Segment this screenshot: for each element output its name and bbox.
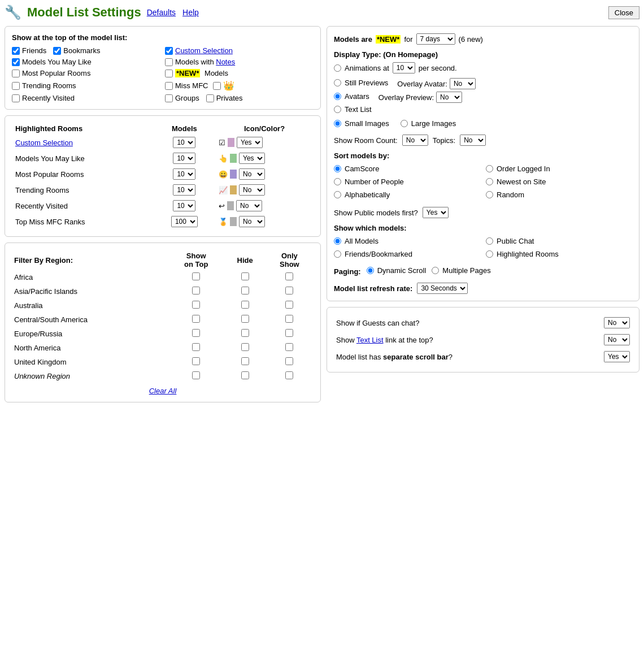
show-which-section: Show which models: All Models Public Cha… bbox=[334, 224, 632, 261]
europe-show-checkbox[interactable] bbox=[192, 329, 200, 337]
show-public-radio[interactable] bbox=[486, 237, 493, 245]
overlay-avatar-select[interactable]: No Yes bbox=[450, 78, 476, 89]
uk-only-checkbox[interactable] bbox=[285, 357, 293, 365]
europe-only-checkbox[interactable] bbox=[285, 329, 293, 337]
show-public-first-select[interactable]: Yes No bbox=[423, 207, 449, 218]
large-images-radio[interactable] bbox=[401, 120, 408, 127]
recently-visited-checkbox-item: Recently Visited bbox=[12, 94, 160, 102]
trending-rooms-checkbox[interactable] bbox=[12, 82, 20, 90]
hl-models-like-color-select[interactable]: YesNo bbox=[239, 153, 265, 164]
europe-hide-checkbox[interactable] bbox=[241, 329, 249, 337]
uk-hide-checkbox[interactable] bbox=[241, 357, 249, 365]
for-text: for bbox=[404, 35, 412, 44]
hl-miss-mfc-select[interactable]: 10050200 bbox=[171, 216, 198, 227]
overlay-preview-select[interactable]: No Yes bbox=[436, 92, 462, 103]
region-uk-label: United Kingdom bbox=[12, 355, 168, 369]
show-friends-radio[interactable] bbox=[334, 250, 341, 258]
hl-custom-link[interactable]: Custom Selection bbox=[15, 138, 73, 147]
north-america-show-checkbox[interactable] bbox=[192, 343, 200, 351]
sort-order-logged-radio[interactable] bbox=[486, 165, 493, 172]
sort-random-radio[interactable] bbox=[486, 191, 493, 198]
small-images-row: Small Images bbox=[334, 119, 389, 128]
help-link[interactable]: Help bbox=[182, 8, 199, 17]
central-only-checkbox[interactable] bbox=[285, 315, 293, 323]
dynamic-scroll-radio[interactable] bbox=[367, 267, 374, 274]
show-room-count-select[interactable]: No Yes bbox=[402, 135, 428, 146]
highlighted-rooms-panel: Highlighted Rooms Models Icon/Color? Cus… bbox=[5, 115, 321, 237]
groups-checkbox[interactable] bbox=[165, 94, 173, 102]
clear-all-link[interactable]: Clear All bbox=[12, 387, 314, 395]
sort-order-logged-row: Order Logged In bbox=[486, 164, 632, 173]
refresh-select[interactable]: 15 Seconds 30 Seconds 60 Seconds 2 Minut… bbox=[417, 283, 468, 294]
close-button[interactable]: Close bbox=[608, 6, 639, 19]
bookmarks-checkbox[interactable] bbox=[53, 47, 61, 55]
hl-recently-color-select[interactable]: NoYes bbox=[236, 200, 262, 211]
australia-only-checkbox[interactable] bbox=[285, 301, 293, 309]
animations-radio[interactable] bbox=[334, 64, 341, 72]
show-all-radio[interactable] bbox=[334, 237, 341, 245]
africa-only-checkbox[interactable] bbox=[285, 272, 293, 280]
text-list-select[interactable]: No Yes bbox=[604, 334, 630, 345]
sort-camscore-radio[interactable] bbox=[334, 165, 341, 172]
multiple-pages-radio[interactable] bbox=[432, 267, 439, 274]
models-notes-checkbox[interactable] bbox=[165, 58, 173, 66]
small-images-radio[interactable] bbox=[334, 120, 341, 127]
animations-select[interactable]: 5 10 15 20 bbox=[393, 62, 415, 73]
miss-mfc-crown-checkbox[interactable] bbox=[213, 82, 221, 90]
africa-hide-checkbox[interactable] bbox=[241, 272, 249, 280]
hl-miss-mfc-color-select[interactable]: NoYes bbox=[239, 216, 265, 227]
scroll-bar-select[interactable]: No Yes bbox=[604, 351, 630, 362]
privates-checkbox[interactable] bbox=[206, 94, 214, 102]
overlay-preview-label: Overlay Preview: bbox=[378, 93, 434, 102]
custom-selection-link[interactable]: Custom Selection bbox=[175, 46, 233, 55]
defaults-link[interactable]: Defaults bbox=[147, 8, 176, 17]
new-models-checkbox[interactable] bbox=[165, 70, 173, 77]
unknown-show-checkbox[interactable] bbox=[192, 371, 200, 379]
hl-custom-models-select[interactable]: 10203050 bbox=[173, 137, 195, 148]
new-days-select[interactable]: 1 day 3 days 7 days 14 days 30 days bbox=[416, 33, 455, 45]
hl-popular-color-select[interactable]: NoYes bbox=[239, 168, 265, 180]
hl-col-models: Models bbox=[154, 123, 215, 135]
hl-recently-select[interactable]: 1020 bbox=[173, 200, 195, 211]
popular-rooms-checkbox[interactable] bbox=[12, 70, 20, 77]
sort-newest-radio[interactable] bbox=[486, 178, 493, 185]
friends-checkbox[interactable] bbox=[12, 47, 20, 55]
hl-popular-select[interactable]: 1020 bbox=[173, 168, 195, 180]
hl-models-like-select[interactable]: 1020 bbox=[173, 153, 195, 164]
models-like-checkbox[interactable] bbox=[12, 58, 20, 66]
central-show-checkbox[interactable] bbox=[192, 315, 200, 323]
main-content: Show at the top of the model list: Frien… bbox=[5, 26, 639, 402]
region-europe-label: Europe/Russia bbox=[12, 327, 168, 341]
africa-show-checkbox[interactable] bbox=[192, 272, 200, 280]
custom-selection-checkbox[interactable] bbox=[165, 47, 173, 55]
guests-chat-select[interactable]: No Yes bbox=[604, 317, 630, 328]
north-america-only-checkbox[interactable] bbox=[285, 343, 293, 351]
asia-show-checkbox[interactable] bbox=[192, 287, 200, 294]
north-america-hide-checkbox[interactable] bbox=[241, 343, 249, 351]
unknown-only-checkbox[interactable] bbox=[285, 371, 293, 379]
sort-newest-label: Newest on Site bbox=[497, 177, 546, 186]
asia-only-checkbox[interactable] bbox=[285, 287, 293, 294]
australia-hide-checkbox[interactable] bbox=[241, 301, 249, 309]
central-hide-checkbox[interactable] bbox=[241, 315, 249, 323]
still-previews-radio[interactable] bbox=[334, 79, 341, 86]
miss-mfc-checkbox[interactable] bbox=[165, 82, 173, 90]
asia-hide-checkbox[interactable] bbox=[241, 287, 249, 294]
show-highlighted-radio[interactable] bbox=[486, 250, 493, 258]
sort-people-radio[interactable] bbox=[334, 178, 341, 185]
australia-show-checkbox[interactable] bbox=[192, 301, 200, 309]
topics-select[interactable]: No Yes bbox=[460, 135, 486, 146]
text-list-radio[interactable] bbox=[334, 106, 341, 113]
custom-selection-checkbox-item: Custom Selection bbox=[165, 46, 314, 55]
sort-alpha-radio[interactable] bbox=[334, 191, 341, 198]
hl-trending-select[interactable]: 1020 bbox=[173, 184, 195, 196]
hl-trending-color-select[interactable]: NoYes bbox=[239, 184, 265, 196]
notes-link[interactable]: Notes bbox=[216, 58, 235, 66]
region-col-only: OnlyShow bbox=[266, 250, 314, 270]
avatars-radio[interactable] bbox=[334, 93, 341, 100]
unknown-hide-checkbox[interactable] bbox=[241, 371, 249, 379]
uk-show-checkbox[interactable] bbox=[192, 357, 200, 365]
recently-visited-checkbox[interactable] bbox=[12, 94, 20, 102]
text-list-link[interactable]: Text List bbox=[356, 336, 384, 344]
hl-custom-color-select[interactable]: YesNo bbox=[237, 137, 263, 148]
